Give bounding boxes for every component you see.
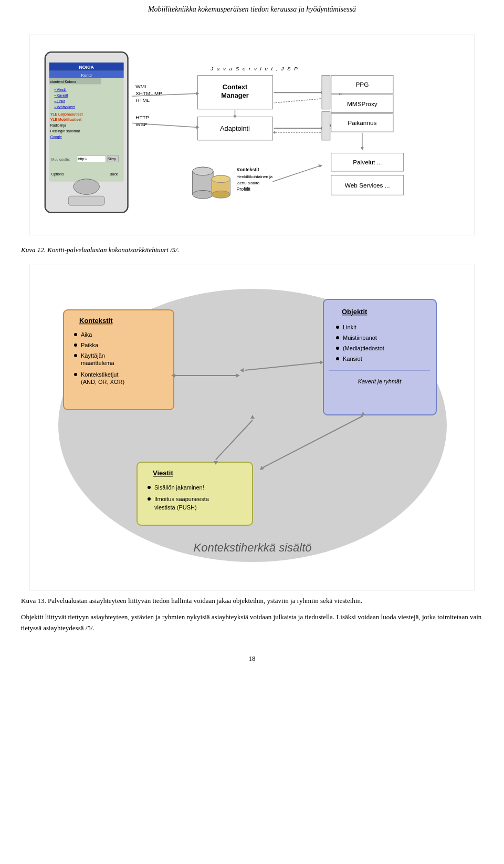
svg-point-64 — [193, 190, 213, 199]
svg-text:Käyttäjän: Käyttäjän — [81, 352, 105, 359]
svg-text:Paikannus: Paikannus — [348, 119, 376, 127]
svg-text:Kontekstiherkkä sisältö: Kontekstiherkkä sisältö — [194, 541, 312, 554]
svg-text:YLE Leijonauutiset: YLE Leijonauutiset — [50, 112, 83, 117]
svg-text:Henkilökohtainen ja: Henkilökohtainen ja — [236, 174, 272, 179]
figure1-diagram: NOKIA Kontti ctaniemi Kotona • Viestit •… — [29, 35, 475, 235]
svg-point-87 — [74, 354, 77, 357]
svg-text:• Kaverit: • Kaverit — [55, 93, 68, 97]
svg-point-24 — [74, 179, 99, 195]
svg-line-43 — [274, 99, 321, 103]
svg-text:ctaniemi   Kotona: ctaniemi Kotona — [50, 80, 76, 84]
svg-text:Objektit: Objektit — [342, 308, 368, 316]
svg-text:Muistiinpanot: Muistiinpanot — [343, 335, 377, 341]
svg-text:YLE Mobiiliuutiset: YLE Mobiiliuutiset — [50, 118, 82, 121]
figure2-caption-label: Kuva 13. — [21, 597, 46, 605]
svg-marker-61 — [361, 147, 364, 151]
svg-text:Back: Back — [110, 172, 118, 176]
svg-rect-81 — [64, 310, 174, 410]
svg-text:Kansiot: Kansiot — [343, 356, 362, 362]
svg-text:Kontekstiketjut: Kontekstiketjut — [81, 371, 119, 378]
page-title: Mobiilitekniikka kokemusperäisen tiedon … — [0, 0, 504, 19]
svg-text:(AND, OR, XOR): (AND, OR, XOR) — [81, 379, 124, 385]
figure2-caption-text: Kuva 13. Palvelualustan asiayhteyteen li… — [21, 596, 483, 607]
svg-text:J a v a  S e r v l e t ,  J S : J a v a S e r v l e t , J S P — [210, 66, 299, 71]
svg-text:Radiolinja: Radiolinja — [50, 123, 66, 128]
svg-text:MMSProxy: MMSProxy — [347, 100, 377, 108]
page-number: 18 — [0, 654, 504, 671]
body-paragraph1: Objektit liittyvät tiettyyn asiayhteytee… — [21, 612, 483, 634]
figure1-caption: Kuva 12. Kontti-palvelualustan kokonaisa… — [21, 246, 483, 254]
svg-point-101 — [336, 357, 339, 360]
svg-text:Kaverit ja ryhmät: Kaverit ja ryhmät — [358, 378, 402, 384]
svg-point-107 — [148, 486, 151, 489]
svg-text:Siirry: Siirry — [108, 157, 116, 161]
svg-text:PPG: PPG — [355, 81, 369, 88]
svg-rect-93 — [323, 299, 436, 415]
svg-text:WML: WML — [135, 84, 148, 89]
svg-point-109 — [148, 497, 151, 501]
svg-text:Palvelut ...: Palvelut ... — [353, 159, 382, 166]
svg-text:Google: Google — [50, 135, 62, 139]
svg-text:HTML: HTML — [135, 97, 150, 103]
svg-text:• Vyöhykkeet: • Vyöhykkeet — [55, 105, 76, 109]
svg-text:Manager: Manager — [221, 91, 249, 99]
svg-point-83 — [74, 333, 77, 336]
svg-point-65 — [193, 167, 213, 175]
svg-text:• Linkit: • Linkit — [55, 99, 65, 103]
svg-point-90 — [74, 373, 77, 376]
arch-svg: NOKIA Kontti ctaniemi Kotona • Viestit •… — [40, 46, 464, 224]
svg-text:jaettu sisältö: jaettu sisältö — [236, 181, 259, 185]
svg-point-85 — [74, 343, 77, 347]
svg-text:Ilmoitus saapuneesta: Ilmoitus saapuneesta — [154, 496, 209, 502]
svg-text:Paikka: Paikka — [81, 342, 99, 348]
svg-point-69 — [212, 175, 230, 183]
svg-text:Linkit: Linkit — [343, 324, 356, 330]
svg-text:(Media)tiedostot: (Media)tiedostot — [343, 345, 384, 351]
svg-text:viestistä (PUSH): viestistä (PUSH) — [154, 504, 197, 511]
svg-text:määrittelemä: määrittelemä — [81, 360, 114, 366]
svg-text:Kontti: Kontti — [81, 73, 92, 78]
svg-text:Helsingin sanomat: Helsingin sanomat — [50, 129, 80, 133]
svg-text:Context: Context — [223, 83, 248, 91]
svg-text:Kontekstit: Kontekstit — [79, 317, 113, 325]
svg-text:Options: Options — [51, 172, 64, 176]
svg-text:Sisällön jakaminen!: Sisällön jakaminen! — [154, 484, 204, 491]
svg-rect-50 — [322, 76, 330, 109]
svg-text:Profiilit: Profiilit — [236, 186, 250, 192]
svg-marker-49 — [272, 131, 275, 134]
svg-text:NOKIA: NOKIA — [79, 65, 94, 70]
svg-point-97 — [336, 336, 339, 339]
svg-text:Web Services ...: Web Services ... — [345, 182, 390, 189]
svg-text:Kontekstit: Kontekstit — [236, 167, 259, 172]
context-svg: Kontekstit Aika Paikka Käyttäjän määritt… — [37, 273, 468, 578]
svg-text:Viestit: Viestit — [153, 469, 173, 477]
svg-rect-25 — [68, 196, 104, 205]
svg-line-74 — [272, 166, 319, 182]
svg-point-99 — [336, 347, 339, 350]
figure2-diagram: Kontekstit Aika Paikka Käyttäjän määritt… — [29, 265, 475, 590]
svg-text:Muu osoite:: Muu osoite: — [51, 158, 70, 161]
svg-point-68 — [212, 191, 230, 198]
svg-text:Adaptointi: Adaptointi — [220, 124, 250, 132]
svg-text:Aika: Aika — [81, 331, 92, 338]
svg-text:HTTP: HTTP — [135, 114, 149, 120]
svg-text:http://: http:// — [78, 157, 87, 161]
svg-text:• Viestit: • Viestit — [55, 88, 67, 91]
svg-point-95 — [336, 326, 339, 329]
